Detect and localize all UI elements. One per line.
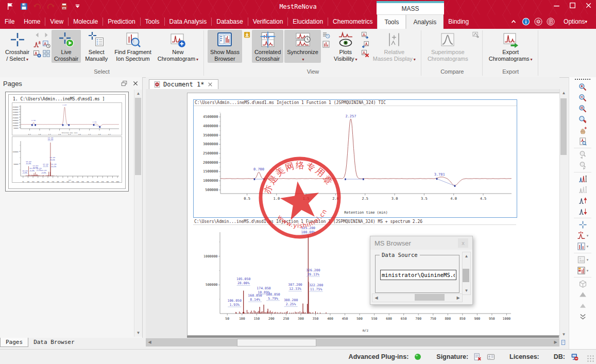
select-manually-button[interactable]: SelectManually xyxy=(82,30,111,63)
pages-scrollbar[interactable]: ▲ ▼ xyxy=(134,90,142,337)
show-plot-icon[interactable] xyxy=(361,31,369,39)
ms-browser-dialog[interactable]: MS Browser x Data Source ▲ ▼ ◀ ▶ xyxy=(370,236,473,305)
manual-zoom-button[interactable] xyxy=(578,115,587,125)
scroll-down-icon[interactable]: ▼ xyxy=(463,287,470,294)
menu-elucidation[interactable]: Elucidation xyxy=(288,14,328,29)
hide-plot-icon[interactable] xyxy=(361,40,369,48)
menu-home[interactable]: Home xyxy=(19,14,45,29)
peak-picking-button[interactable]: ▾ xyxy=(577,231,589,240)
scroll-up-icon[interactable]: ▲ xyxy=(560,89,568,97)
ms-browser-title-bar[interactable]: MS Browser x xyxy=(370,236,472,250)
print-icon[interactable] xyxy=(60,2,69,11)
menu-binding[interactable]: Binding xyxy=(444,14,473,29)
plugin-status-icon[interactable] xyxy=(414,353,422,361)
redo-icon[interactable] xyxy=(46,2,55,11)
scroll-left-icon[interactable]: ◀ xyxy=(146,338,154,346)
dialog-hscroll-thumb[interactable] xyxy=(415,294,445,301)
maximize-icon[interactable] xyxy=(568,1,577,10)
dropdown-caret-icon[interactable]: ▾ xyxy=(587,269,589,273)
dialog-vertical-scrollbar[interactable]: ▲ ▼ xyxy=(462,252,471,295)
signature-id-icon[interactable] xyxy=(487,353,495,361)
scroll-right-icon[interactable]: ▶ xyxy=(454,294,462,302)
sync-schedule-icon[interactable] xyxy=(322,31,330,39)
panel-tab-pages[interactable]: Pages xyxy=(0,338,28,347)
mass-clock-icon[interactable] xyxy=(42,40,50,48)
close-panel-icon[interactable] xyxy=(132,80,139,87)
settings-gear-icon[interactable] xyxy=(534,18,542,26)
export-chromatograms-button[interactable]: ExportChromatograms▾ xyxy=(486,30,535,63)
data-source-input[interactable] xyxy=(380,270,456,280)
synchronize-button[interactable]: Synchronize▾ xyxy=(284,30,321,63)
horizontal-scroll-thumb[interactable] xyxy=(237,339,316,346)
scroll-right-icon[interactable]: ▶ xyxy=(552,338,559,346)
delete-plot-icon[interactable] xyxy=(361,49,369,58)
previous-page-icon[interactable] xyxy=(33,31,41,39)
next-page-icon[interactable] xyxy=(42,31,50,39)
print-preview-button[interactable] xyxy=(578,136,587,146)
scroll-down-icon[interactable]: ▼ xyxy=(560,331,568,338)
menu-tools[interactable]: Tools xyxy=(141,14,164,29)
document-vertical-scrollbar[interactable]: ▲ ▼ xyxy=(559,89,568,338)
toolbar-drag-handle[interactable] xyxy=(575,79,590,80)
peak-by-compound-icon[interactable] xyxy=(33,40,41,48)
more-tools-button[interactable] xyxy=(578,311,587,321)
license-book-icon[interactable] xyxy=(547,18,555,26)
undo-icon[interactable] xyxy=(33,2,42,11)
pan-button[interactable] xyxy=(578,126,587,135)
close-icon[interactable] xyxy=(584,1,593,10)
quick-access-caret-icon[interactable] xyxy=(73,2,82,11)
pages-scroll-thumb[interactable] xyxy=(135,98,141,175)
info-icon[interactable] xyxy=(522,18,530,26)
compare-settings-icon[interactable] xyxy=(472,31,480,39)
scroll-up-icon[interactable]: ▲ xyxy=(463,252,470,260)
crosshair-select-button[interactable]: Crosshair/ Select▾ xyxy=(3,30,32,63)
increase-intensity-button[interactable] xyxy=(578,196,587,205)
fit-intensity-button[interactable] xyxy=(578,174,587,184)
document-canvas[interactable]: C:\Users\Admin...ineMS.d\msd1.ms Injecti… xyxy=(146,89,559,338)
find-fragment-ion-spectrum-button[interactable]: Find FragmentIon Spectrum xyxy=(112,30,154,63)
save-icon[interactable] xyxy=(20,2,28,11)
menu-file[interactable]: File xyxy=(0,14,19,29)
crosshair-tool-button[interactable] xyxy=(578,220,587,230)
menu-database[interactable]: Database xyxy=(212,14,247,29)
tab-analysis[interactable]: Analysis xyxy=(406,14,444,29)
show-mass-browser-button[interactable]: Show MassBrowser xyxy=(208,30,242,63)
dropdown-caret-icon[interactable]: ▾ xyxy=(587,245,589,249)
menu-verification[interactable]: Verification xyxy=(248,14,288,29)
plot-properties-button[interactable]: ▾ xyxy=(577,266,589,275)
histogram-panel-icon[interactable] xyxy=(322,40,330,48)
dialog-vscroll-thumb[interactable] xyxy=(463,269,469,282)
menu-prediction[interactable]: Prediction xyxy=(103,14,140,29)
collapse-ribbon-icon[interactable] xyxy=(509,18,518,26)
dialog-close-button[interactable]: x xyxy=(458,238,468,248)
zoom-in-button[interactable] xyxy=(578,82,587,92)
close-tab-icon[interactable] xyxy=(207,81,214,88)
document-horizontal-scrollbar[interactable]: ◀ ▶ xyxy=(146,338,559,346)
float-panel-icon[interactable] xyxy=(121,80,128,87)
vertical-scroll-thumb[interactable] xyxy=(560,98,567,155)
add-chromatogram-icon[interactable] xyxy=(33,49,41,58)
document-tab[interactable]: M Document 1* xyxy=(149,79,218,89)
dropdown-caret-icon[interactable]: ▾ xyxy=(587,234,589,238)
arrange-plots-icon[interactable] xyxy=(42,49,50,58)
decrease-intensity-button[interactable] xyxy=(578,206,587,216)
minimize-icon[interactable] xyxy=(552,1,561,10)
new-chromatogram-button[interactable]: NewChromatogram▾ xyxy=(155,30,201,63)
dialog-horizontal-scrollbar[interactable]: ◀ ▶ xyxy=(372,293,463,302)
download-badge-icon[interactable] xyxy=(243,31,251,39)
menu-chemometrics[interactable]: Chemometrics xyxy=(328,14,377,29)
signature-invalid-icon[interactable] xyxy=(473,353,482,361)
options-button[interactable]: Options ▾ xyxy=(559,18,592,25)
dropdown-caret-icon[interactable]: ▾ xyxy=(587,258,589,262)
scroll-up-icon[interactable]: ▲ xyxy=(134,90,142,97)
correlated-crosshair-button[interactable]: CorrelatedCrosshair xyxy=(252,30,283,63)
scroll-down-icon[interactable]: ▼ xyxy=(134,329,142,337)
logo-flag-icon[interactable] xyxy=(6,2,15,11)
zoom-region-button[interactable] xyxy=(578,104,587,114)
menu-data-analysis[interactable]: Data Analysis xyxy=(165,14,212,29)
tab-tools[interactable]: Tools xyxy=(377,14,406,29)
plots-visibility-button[interactable]: PlotsVisibility▾ xyxy=(331,30,360,63)
menu-view[interactable]: View xyxy=(45,14,68,29)
live-crosshair-button[interactable]: LiveCrosshair xyxy=(52,30,81,63)
mass-analysis-button[interactable]: ▾ xyxy=(577,241,589,251)
